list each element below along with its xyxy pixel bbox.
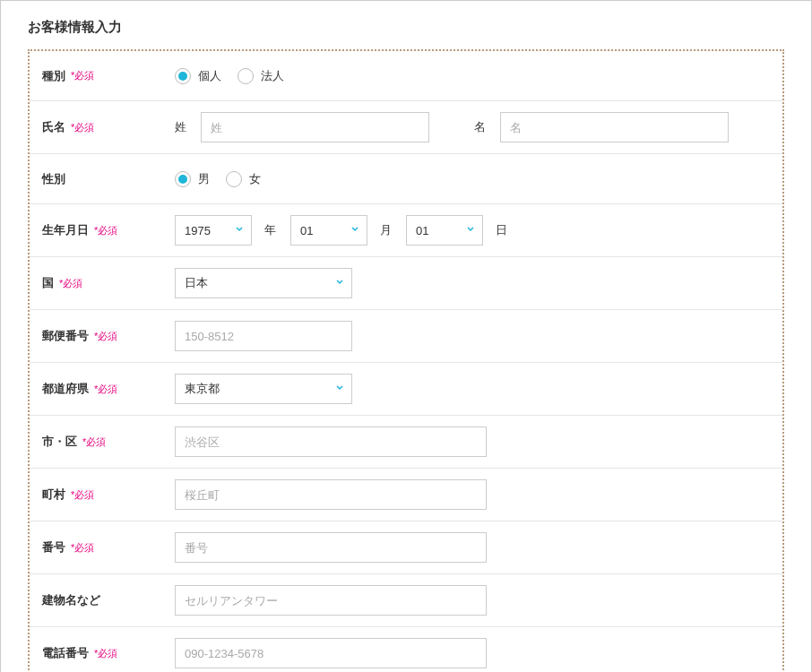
field-label: 都道府県: [42, 381, 89, 397]
radio-female[interactable]: 女: [226, 171, 261, 187]
phone-input[interactable]: [175, 638, 487, 668]
input-col: 日本: [175, 268, 770, 298]
field-label: 市・区: [42, 434, 77, 450]
label-col: 性別: [42, 171, 175, 187]
row-birthday: 生年月日 *必須 1975 年 01 月: [30, 204, 782, 257]
field-label: 建物名など: [42, 592, 100, 608]
year-suffix: 年: [264, 222, 276, 238]
number-input[interactable]: [175, 532, 487, 563]
input-col: [175, 321, 770, 351]
radio-individual[interactable]: 個人: [175, 68, 221, 84]
label-col: 都道府県 *必須: [42, 381, 175, 397]
row-country: 国 *必須 日本: [30, 257, 782, 310]
input-col: [175, 479, 770, 510]
input-col: 個人 法人: [175, 68, 770, 84]
building-input[interactable]: [175, 585, 487, 616]
field-label: 種別: [42, 68, 65, 84]
radio-icon: [175, 171, 191, 187]
label-col: 氏名 *必須: [42, 119, 175, 135]
label-col: 生年月日 *必須: [42, 222, 175, 238]
form-container: お客様情報入力 種別 *必須 個人 法人: [0, 0, 812, 672]
section-title: お客様情報入力: [28, 19, 784, 36]
prefecture-select[interactable]: 東京都: [175, 374, 352, 404]
select-value: 東京都: [175, 374, 352, 404]
required-badge: *必須: [71, 541, 94, 555]
label-col: 郵便番号 *必須: [42, 328, 175, 344]
radio-corporate[interactable]: 法人: [238, 68, 284, 84]
form-area: 種別 *必須 個人 法人 氏名 *必須: [28, 49, 784, 672]
input-col: [175, 426, 770, 457]
radio-label: 女: [249, 171, 261, 187]
field-label: 郵便番号: [42, 328, 89, 344]
row-gender: 性別 男 女: [30, 154, 782, 204]
country-select[interactable]: 日本: [175, 268, 352, 298]
input-col: [175, 585, 770, 616]
row-building: 建物名など: [30, 574, 782, 627]
field-label: 氏名: [42, 119, 65, 135]
row-city: 市・区 *必須: [30, 416, 782, 469]
row-prefecture: 都道府県 *必須 東京都: [30, 363, 782, 416]
required-badge: *必須: [94, 224, 117, 237]
year-select[interactable]: 1975: [175, 215, 252, 246]
required-badge: *必須: [71, 69, 94, 82]
input-col: 東京都: [175, 374, 770, 404]
month-select[interactable]: 01: [290, 215, 367, 246]
month-suffix: 月: [380, 222, 392, 238]
radio-label: 男: [198, 171, 210, 187]
required-badge: *必須: [59, 277, 82, 290]
radio-icon: [238, 68, 254, 84]
label-col: 建物名など: [42, 592, 175, 608]
row-type: 種別 *必須 個人 法人: [30, 51, 782, 101]
select-value: 日本: [175, 268, 352, 298]
surname-label: 姓: [175, 119, 186, 135]
row-postal: 郵便番号 *必須: [30, 310, 782, 363]
select-value: 01: [290, 215, 367, 246]
given-input[interactable]: [500, 112, 729, 142]
input-col: [175, 638, 770, 668]
required-badge: *必須: [71, 121, 94, 134]
radio-icon: [226, 171, 242, 187]
radio-icon: [175, 68, 191, 84]
field-label: 性別: [42, 171, 65, 187]
row-town: 町村 *必須: [30, 469, 782, 521]
select-value: 1975: [175, 215, 252, 246]
field-label: 生年月日: [42, 222, 89, 238]
required-badge: *必須: [94, 383, 117, 396]
row-number: 番号 *必須: [30, 521, 782, 574]
label-col: 電話番号 *必須: [42, 645, 175, 661]
field-label: 電話番号: [42, 645, 89, 661]
surname-input[interactable]: [201, 112, 429, 142]
radio-label: 個人: [198, 68, 221, 84]
town-input[interactable]: [175, 479, 487, 510]
field-label: 町村: [42, 487, 65, 503]
input-col: [175, 532, 770, 563]
city-input[interactable]: [175, 426, 487, 457]
radio-label: 法人: [261, 68, 284, 84]
label-col: 種別 *必須: [42, 68, 175, 84]
day-suffix: 日: [496, 222, 507, 238]
required-badge: *必須: [94, 330, 117, 343]
input-col: 姓 名: [175, 112, 770, 142]
row-name: 氏名 *必須 姓 名: [30, 101, 782, 154]
label-col: 番号 *必須: [42, 539, 175, 556]
required-badge: *必須: [94, 647, 117, 660]
field-label: 国: [42, 275, 54, 291]
select-value: 01: [406, 215, 483, 246]
radio-group-gender: 男 女: [175, 171, 261, 187]
label-col: 市・区 *必須: [42, 434, 175, 450]
label-col: 国 *必須: [42, 275, 175, 291]
field-label: 番号: [42, 539, 65, 556]
radio-male[interactable]: 男: [175, 171, 210, 187]
radio-group-type: 個人 法人: [175, 68, 284, 84]
label-col: 町村 *必須: [42, 487, 175, 503]
postal-input[interactable]: [175, 321, 352, 351]
input-col: 1975 年 01 月 01: [175, 215, 770, 246]
input-col: 男 女: [175, 171, 770, 187]
required-badge: *必須: [71, 488, 94, 502]
row-phone: 電話番号 *必須: [30, 627, 782, 672]
required-badge: *必須: [82, 435, 106, 449]
given-label: 名: [474, 119, 486, 135]
day-select[interactable]: 01: [406, 215, 483, 246]
